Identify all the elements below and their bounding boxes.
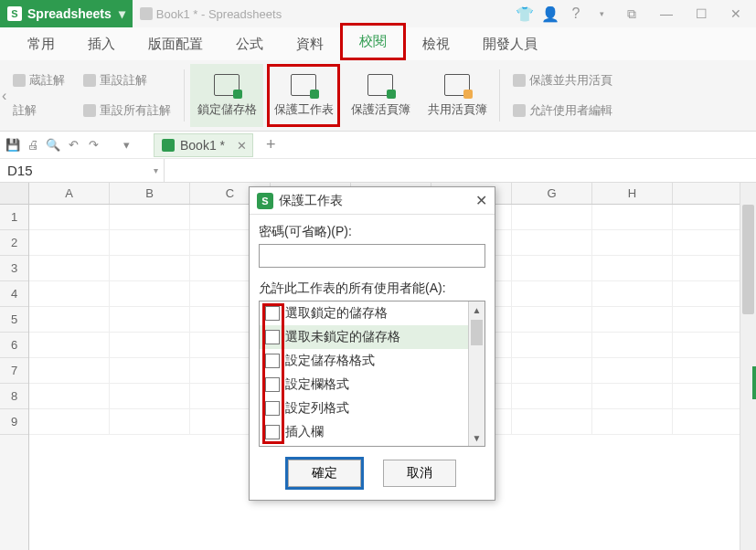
checkbox[interactable] <box>265 354 280 368</box>
comment-icon <box>13 74 26 87</box>
lock-cells-button[interactable]: 鎖定儲存格 <box>190 64 263 127</box>
scrollbar-thumb[interactable] <box>742 205 754 314</box>
col-header[interactable]: A <box>29 183 110 204</box>
title-doc: Book1 * - Spreadsheets <box>140 7 282 21</box>
new-tab-button[interactable]: + <box>266 135 276 154</box>
reset-comment-button[interactable]: 重設註解 <box>80 70 175 90</box>
side-handle[interactable] <box>752 366 756 399</box>
list-scrollbar-thumb[interactable] <box>471 320 483 345</box>
tab-developer[interactable]: 開發人員 <box>466 28 554 60</box>
name-box-dropdown-icon[interactable]: ▾ <box>154 165 158 175</box>
share-workbook-icon <box>444 74 470 96</box>
scroll-up-icon[interactable]: ▲ <box>469 301 484 318</box>
password-input[interactable] <box>259 244 485 268</box>
tab-insert[interactable]: 插入 <box>71 28 132 60</box>
reset-all-comments-button[interactable]: 重設所有註解 <box>80 100 175 121</box>
checkbox[interactable] <box>265 306 280 321</box>
protect-sheet-button[interactable]: 保護工作表 <box>267 64 340 127</box>
checkbox[interactable] <box>265 401 280 416</box>
dialog-titlebar[interactable]: S 保護工作表 ✕ <box>250 187 495 215</box>
reset-all-icon <box>83 104 96 117</box>
permissions-label: 允許此工作表的所有使用者能(A): <box>259 280 485 297</box>
redo-icon[interactable]: ↷ <box>86 138 101 153</box>
checkbox[interactable] <box>265 330 280 344</box>
save-icon[interactable]: 💾 <box>5 138 20 153</box>
cancel-button[interactable]: 取消 <box>383 460 456 487</box>
vertical-scrollbar[interactable] <box>740 183 756 550</box>
row-header[interactable]: 6 <box>0 333 28 358</box>
protect-share-button[interactable]: 保護並共用活頁 <box>509 70 616 90</box>
doc-title: Book1 * - Spreadsheets <box>156 7 282 21</box>
preview-icon[interactable]: 🔍 <box>46 138 60 153</box>
close-window-button[interactable]: ✕ <box>723 1 749 26</box>
reset-icon <box>83 74 96 87</box>
undo-icon[interactable]: ↶ <box>66 138 80 153</box>
shirt-icon[interactable]: 👕 <box>516 5 533 22</box>
tab-view[interactable]: 檢視 <box>406 28 466 60</box>
row-header[interactable]: 2 <box>0 230 28 256</box>
name-box[interactable]: D15 ▾ <box>0 159 165 183</box>
tab-data[interactable]: 資料 <box>280 28 340 60</box>
row-header[interactable]: 3 <box>0 256 28 281</box>
col-header[interactable]: H <box>592 183 673 204</box>
document-tab[interactable]: Book1 * ✕ <box>154 133 253 157</box>
name-box-value: D15 <box>7 163 33 178</box>
row-header[interactable]: 5 <box>0 307 28 333</box>
row-header[interactable]: 1 <box>0 205 28 230</box>
app-dropdown-icon[interactable]: ▾ <box>119 6 125 21</box>
dialog-close-icon[interactable]: ✕ <box>475 192 487 209</box>
print-icon[interactable]: 🖨 <box>26 138 40 153</box>
close-tab-icon[interactable]: ✕ <box>237 138 247 152</box>
lock-cells-icon <box>214 74 240 96</box>
app-s-icon: S <box>7 6 22 21</box>
checkbox[interactable] <box>265 377 280 392</box>
app-name: Spreadsheets <box>27 6 112 21</box>
perm-item[interactable]: 選取未鎖定的儲存格 <box>260 325 468 349</box>
restore-down-icon[interactable]: ⧉ <box>619 1 644 26</box>
protect-workbook-button[interactable]: 保護活頁簿 <box>344 64 417 127</box>
perm-item[interactable]: 選取鎖定的儲存格 <box>260 301 468 325</box>
formula-bar-row: D15 ▾ <box>0 159 756 183</box>
hide-comment-button[interactable]: 蔵註解 <box>9 70 69 90</box>
row-header[interactable]: 8 <box>0 384 28 409</box>
doc-tab-icon <box>162 139 175 152</box>
perm-item[interactable]: 設定欄格式 <box>260 373 468 397</box>
tab-review[interactable]: 校閱 <box>340 23 406 60</box>
permissions-list: 選取鎖定的儲存格 選取未鎖定的儲存格 設定儲存格格式 設定欄格式 設定列格式 插… <box>259 301 485 447</box>
tab-pagelayout[interactable]: 版面配置 <box>132 28 219 60</box>
minimize-button[interactable]: — <box>654 1 679 26</box>
row-header[interactable]: 4 <box>0 281 28 307</box>
checkbox[interactable] <box>265 425 280 439</box>
edit-range-icon <box>513 104 526 117</box>
allow-users-edit-button[interactable]: 允許使用者編輯 <box>509 100 616 121</box>
list-scrollbar[interactable]: ▲ ▼ <box>468 301 484 446</box>
row-headers: 1 2 3 4 5 6 7 8 9 <box>0 183 29 550</box>
quick-access-row: 💾 🖨 🔍 ↶ ↷ ▾ Book1 * ✕ + <box>0 132 756 159</box>
perm-item[interactable]: 插入欄 <box>260 420 468 444</box>
share-workbook-button[interactable]: 共用活頁簿 <box>421 64 494 127</box>
row-header[interactable]: 7 <box>0 358 28 384</box>
user-icon[interactable]: 👤 <box>542 5 559 22</box>
qat-dropdown-icon[interactable]: ▾ <box>119 138 133 153</box>
tab-formula[interactable]: 公式 <box>219 28 280 60</box>
perm-item[interactable]: 設定儲存格格式 <box>260 349 468 373</box>
dialog-app-icon: S <box>257 193 273 209</box>
row-header[interactable]: 9 <box>0 409 28 435</box>
menu-bar: 常用 插入 版面配置 公式 資料 校閱 檢視 開發人員 <box>0 27 756 60</box>
protect-sheet-dialog: S 保護工作表 ✕ 密碼(可省略)(P): 允許此工作表的所有使用者能(A): … <box>249 186 495 501</box>
perm-item[interactable]: 設定列格式 <box>260 397 468 420</box>
app-logo[interactable]: S Spreadsheets ▾ <box>0 0 133 27</box>
ribbon: ‹ 蔵註解 註解 重設註解 重設所有註解 鎖定儲存格 保護工作表 保護活頁簿 共… <box>0 60 756 132</box>
select-all-corner[interactable] <box>0 183 28 205</box>
ok-button[interactable]: 確定 <box>288 460 361 487</box>
comment-button[interactable]: 註解 <box>9 100 69 121</box>
scroll-down-icon[interactable]: ▼ <box>469 429 484 446</box>
maximize-button[interactable]: ☐ <box>688 1 714 26</box>
tab-home[interactable]: 常用 <box>11 28 71 60</box>
col-header[interactable]: B <box>110 183 190 204</box>
dialog-title: 保護工作表 <box>279 193 343 209</box>
ribbon-scroll-left-icon[interactable]: ‹ <box>2 88 6 104</box>
help-dropdown-icon[interactable]: ▾ <box>593 5 610 22</box>
help-icon[interactable]: ? <box>568 5 584 22</box>
col-header[interactable]: G <box>512 183 592 204</box>
